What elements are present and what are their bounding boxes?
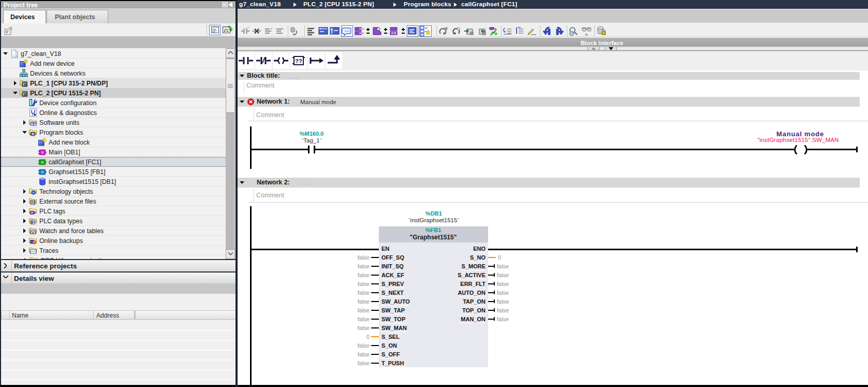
- svg-text:??: ??: [295, 58, 302, 64]
- svg-text:01: 01: [32, 200, 36, 204]
